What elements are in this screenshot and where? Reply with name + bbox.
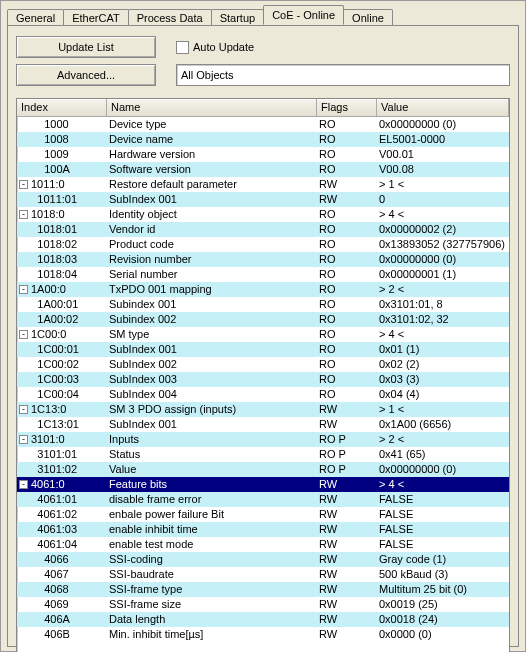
value-cell: 0x3101:01, 8: [377, 297, 509, 312]
index-cell: - 1C00:0: [17, 327, 107, 342]
table-row[interactable]: 1C00:02SubIndex 002RO0x02 (2): [17, 357, 509, 372]
collapse-icon[interactable]: -: [19, 480, 28, 489]
collapse-icon[interactable]: -: [19, 180, 28, 189]
index-cell: 1A00:01: [17, 297, 107, 312]
table-row[interactable]: - 1018:0Identity objectRO> 4 <: [17, 207, 509, 222]
flags-cell: RW: [317, 477, 377, 492]
name-cell: Inputs: [107, 432, 317, 447]
auto-update-checkbox[interactable]: Auto Update: [176, 41, 254, 54]
flags-cell: RO: [317, 237, 377, 252]
table-row[interactable]: 3101:01StatusRO P0x41 (65): [17, 447, 509, 462]
header-flags[interactable]: Flags: [317, 99, 377, 116]
table-row[interactable]: 1C00:03SubIndex 003RO0x03 (3): [17, 372, 509, 387]
name-cell: SubIndex 001: [107, 417, 317, 432]
collapse-icon[interactable]: -: [19, 210, 28, 219]
table-row[interactable]: 4067SSI-baudrateRW500 kBaud (3): [17, 567, 509, 582]
filter-input[interactable]: [176, 64, 510, 86]
name-cell: Subindex 001: [107, 297, 317, 312]
name-cell: Serial number: [107, 267, 317, 282]
table-row[interactable]: 1C13:01SubIndex 001RW0x1A00 (6656): [17, 417, 509, 432]
table-row[interactable]: 1C00:04SubIndex 004RO0x04 (4): [17, 387, 509, 402]
tab-online[interactable]: Online: [343, 9, 393, 26]
table-row[interactable]: - 4061:0Feature bitsRW> 4 <: [17, 477, 509, 492]
name-cell: enable inhibit time: [107, 522, 317, 537]
index-cell: 1C13:01: [17, 417, 107, 432]
table-row[interactable]: 4061:02enbale power failure BitRWFALSE: [17, 507, 509, 522]
table-row[interactable]: 1000Device typeRO0x00000000 (0): [17, 117, 509, 132]
update-list-button[interactable]: Update List: [16, 36, 156, 58]
name-cell: enable test mode: [107, 537, 317, 552]
table-row[interactable]: 1008Device nameROEL5001-0000: [17, 132, 509, 147]
flags-cell: RO: [317, 132, 377, 147]
table-row[interactable]: 100ASoftware versionROV00.08: [17, 162, 509, 177]
tab-process-data[interactable]: Process Data: [128, 9, 212, 26]
index-cell: 4066: [17, 552, 107, 567]
list-body[interactable]: 1000Device typeRO0x00000000 (0) 1008Devi…: [17, 117, 509, 652]
table-row[interactable]: - 1C13:0SM 3 PDO assign (inputs)RW> 1 <: [17, 402, 509, 417]
header-value[interactable]: Value: [377, 99, 509, 116]
name-cell: Software version: [107, 162, 317, 177]
table-row[interactable]: 1011:01SubIndex 001RW0: [17, 192, 509, 207]
table-row[interactable]: 4068SSI-frame typeRWMultitum 25 bit (0): [17, 582, 509, 597]
advanced-button[interactable]: Advanced...: [16, 64, 156, 86]
tab-general[interactable]: General: [7, 9, 64, 26]
table-row[interactable]: - 1011:0Restore default parameterRW> 1 <: [17, 177, 509, 192]
table-row[interactable]: 4066SSI-codingRWGray code (1): [17, 552, 509, 567]
table-row[interactable]: 1A00:01Subindex 001RO0x3101:01, 8: [17, 297, 509, 312]
table-row[interactable]: 406BMin. inhibit time[µs]RW0x0000 (0): [17, 627, 509, 642]
table-row[interactable]: 3101:02ValueRO P0x00000000 (0): [17, 462, 509, 477]
flags-cell: RW: [317, 402, 377, 417]
value-cell: > 2 <: [377, 432, 509, 447]
table-row[interactable]: 4069SSI-frame sizeRW0x0019 (25): [17, 597, 509, 612]
table-row[interactable]: 4061:01disable frame errorRWFALSE: [17, 492, 509, 507]
flags-cell: RO: [317, 342, 377, 357]
name-cell: SSI-frame type: [107, 582, 317, 597]
table-row[interactable]: - 1C00:0SM typeRO> 4 <: [17, 327, 509, 342]
table-row[interactable]: 4061:04enable test modeRWFALSE: [17, 537, 509, 552]
table-row[interactable]: - 3101:0InputsRO P> 2 <: [17, 432, 509, 447]
value-cell: 0x1A00 (6656): [377, 417, 509, 432]
table-row[interactable]: 4061:03enable inhibit timeRWFALSE: [17, 522, 509, 537]
name-cell: Revision number: [107, 252, 317, 267]
value-cell: 0x04 (4): [377, 387, 509, 402]
table-row[interactable]: 1009Hardware versionROV00.01: [17, 147, 509, 162]
index-cell: 4061:03: [17, 522, 107, 537]
name-cell: TxPDO 001 mapping: [107, 282, 317, 297]
collapse-icon[interactable]: -: [19, 285, 28, 294]
tab-coe-online[interactable]: CoE - Online: [263, 5, 344, 25]
value-cell: FALSE: [377, 507, 509, 522]
header-index[interactable]: Index: [17, 99, 107, 116]
name-cell: SubIndex 001: [107, 192, 317, 207]
flags-cell: RW: [317, 567, 377, 582]
flags-cell: RO: [317, 312, 377, 327]
table-row[interactable]: 406AData lengthRW0x0018 (24): [17, 612, 509, 627]
name-cell: disable frame error: [107, 492, 317, 507]
table-row[interactable]: 1C00:01SubIndex 001RO0x01 (1): [17, 342, 509, 357]
table-row[interactable]: 1018:02Product codeRO0x13893052 (3277579…: [17, 237, 509, 252]
tab-ethercat[interactable]: EtherCAT: [63, 9, 128, 26]
flags-cell: RO: [317, 117, 377, 132]
name-cell: enbale power failure Bit: [107, 507, 317, 522]
index-cell: 4061:01: [17, 492, 107, 507]
table-row[interactable]: 1A00:02Subindex 002RO0x3101:02, 32: [17, 312, 509, 327]
tab-startup[interactable]: Startup: [211, 9, 264, 26]
value-cell: > 4 <: [377, 327, 509, 342]
name-cell: Feature bits: [107, 477, 317, 492]
collapse-icon[interactable]: -: [19, 330, 28, 339]
name-cell: SubIndex 004: [107, 387, 317, 402]
value-cell: 0x00000000 (0): [377, 117, 509, 132]
collapse-icon[interactable]: -: [19, 435, 28, 444]
table-row[interactable]: - 1A00:0TxPDO 001 mappingRO> 2 <: [17, 282, 509, 297]
table-row[interactable]: 1018:01Vendor idRO0x00000002 (2): [17, 222, 509, 237]
value-cell: Gray code (1): [377, 552, 509, 567]
table-row[interactable]: 1018:04Serial numberRO0x00000001 (1): [17, 267, 509, 282]
table-row[interactable]: 1018:03Revision numberRO0x00000000 (0): [17, 252, 509, 267]
index-cell: 4067: [17, 567, 107, 582]
value-cell: 0x13893052 (327757906): [377, 237, 509, 252]
value-cell: V00.01: [377, 147, 509, 162]
header-name[interactable]: Name: [107, 99, 317, 116]
index-cell: - 1C13:0: [17, 402, 107, 417]
collapse-icon[interactable]: -: [19, 405, 28, 414]
index-cell: - 4061:0: [17, 477, 107, 492]
name-cell: Subindex 002: [107, 312, 317, 327]
